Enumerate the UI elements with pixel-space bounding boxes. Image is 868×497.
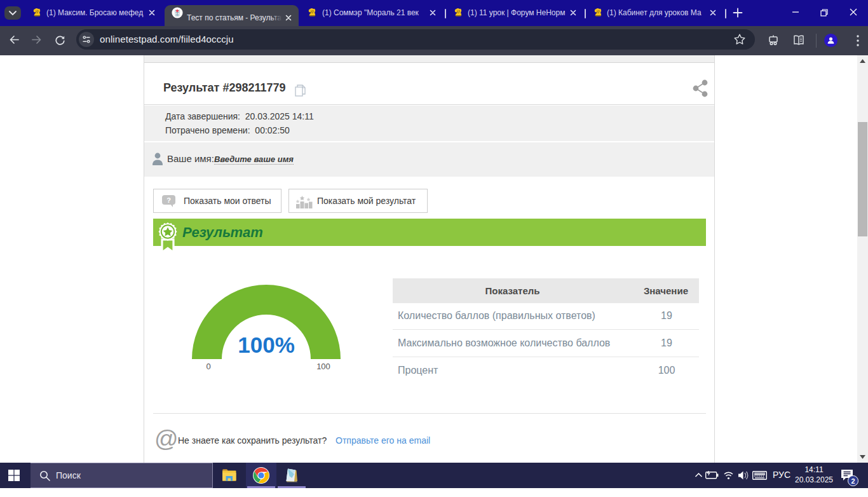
svg-text:100%: 100% <box>238 332 295 357</box>
svg-text:?: ? <box>166 196 171 204</box>
